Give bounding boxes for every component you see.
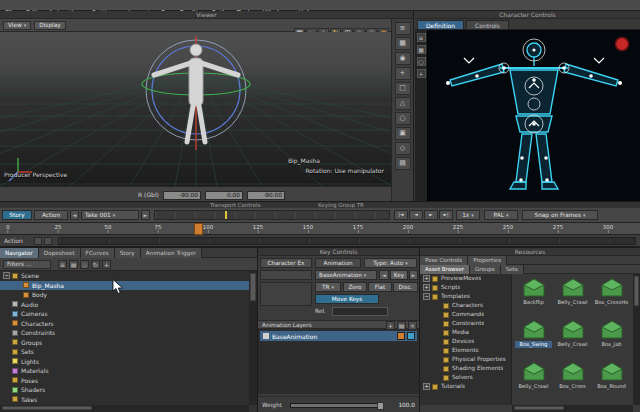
frame-format-dropdown[interactable]: PAL [484,210,518,220]
asset-belly-crawl[interactable]: Belly_Crawl [553,318,592,360]
viewport-3d[interactable]: Producer Perspective Bip_Masha Rotation:… [0,32,392,186]
discontinuity-button[interactable]: Disc. [393,282,418,292]
folder-item-shading-elements[interactable]: Shading Elements [420,364,511,373]
scene-item-constraints[interactable]: Constraints [0,328,249,338]
add-icon[interactable]: + [395,67,411,80]
asset-box-swing[interactable]: Box_Swing [514,318,553,360]
transport-button-2[interactable]: ► [424,210,438,220]
folder-item-scripts[interactable]: +Scripts [420,283,511,292]
grid-toggle-icon[interactable]: ▦ [395,37,411,50]
plus-icon[interactable]: + [417,69,426,78]
expand-toggle[interactable]: − [3,272,10,279]
take-selector[interactable]: Take 001 [81,210,139,220]
shape-icon[interactable]: □ [395,82,411,95]
tab-pose-controls[interactable]: Pose Controls [420,256,468,265]
previous-take-button[interactable] [70,210,79,220]
layer-baseanimation[interactable]: BaseAnimation [260,331,417,341]
tab-definition[interactable]: Definition [417,20,464,30]
folder-item-commands[interactable]: Commands [420,310,511,319]
transport-button-0[interactable]: |◄ [394,210,408,220]
grid-icon[interactable]: ▦ [417,45,426,54]
expand-toggle[interactable]: + [423,284,430,291]
snap-mode-dropdown[interactable]: Snap on Frames [522,210,598,220]
display-button[interactable]: Display [34,21,65,30]
rotation-value-y[interactable]: 0.00 [205,191,243,200]
columns-icon[interactable]: ▤ [69,260,78,269]
scene-item-groups[interactable]: Groups [0,338,249,348]
asset-belly-crawl[interactable]: Belly_Crawl [553,276,592,318]
tab-groups[interactable]: Groups [470,265,501,274]
transport-button-3[interactable]: ►| [439,210,453,220]
tab-asset-browser[interactable]: Asset Browser [420,265,470,274]
scene-item-shaders[interactable]: Shaders [0,385,249,395]
panel-icon[interactable]: ▣ [395,127,411,140]
tab-navigator[interactable]: Navigator [0,248,39,258]
story-button[interactable]: Story [2,210,32,220]
action-button[interactable]: Action [34,210,68,220]
filters-dropdown[interactable]: Filters ... [3,260,51,269]
tab-story[interactable]: Story [115,248,141,258]
folder-item-solvers[interactable]: Solvers [420,373,511,382]
next-take-button[interactable] [141,210,150,220]
folder-item-media[interactable]: Media [420,328,511,337]
scene-item-poses[interactable]: Poses [0,376,249,386]
scene-item-sets[interactable]: Sets [0,347,249,357]
playback-speed-dropdown[interactable]: 1x [456,210,480,220]
expand-toggle[interactable]: + [423,383,430,390]
rotation-value-z[interactable]: -90.00 [247,191,285,200]
folder-item-tutorials[interactable]: +Tutorials [420,382,511,391]
action-track-strip[interactable] [58,237,636,245]
up-arrow-icon[interactable]: △ [395,97,411,110]
timeline-playhead[interactable] [194,223,203,235]
tab-controls[interactable]: Controls [466,20,509,30]
tab-dopesheet[interactable]: Dopesheet [39,248,81,258]
circle-icon[interactable]: ○ [417,57,426,66]
scene-item-characters[interactable]: Characters [0,319,249,329]
character-extension-list[interactable] [260,282,312,306]
asset-belly-crawl[interactable]: Belly_Crawl [514,360,553,402]
weight-slider-thumb[interactable] [377,402,384,410]
layer-toggle-b[interactable] [407,332,415,340]
previous-key-button[interactable] [379,270,389,280]
scene-item-bip-masha[interactable]: Bip_Masha [0,281,249,291]
folder-item-templates[interactable]: −Templates [420,292,511,301]
folder-item-elements[interactable]: Elements [420,346,511,355]
navigator-vertical-scrollbar[interactable] [249,271,257,405]
scene-item-lights[interactable]: Lights [0,357,249,367]
tab-sets[interactable]: Sets [501,265,524,274]
asset-box-round[interactable]: Box_Round [592,360,631,402]
expand-toggle[interactable]: − [423,293,430,300]
folder-item-previewmoves[interactable]: +PreviewMoves [420,274,511,283]
tab-properties[interactable]: Properties [468,256,507,265]
weight-slider[interactable] [290,403,383,408]
scene-item-takes[interactable]: Takes [0,395,249,405]
view-button[interactable]: View [3,21,31,30]
scene-item-cameras[interactable]: Cameras [0,309,249,319]
scene-item-scene[interactable]: −Scene [0,271,249,281]
folder-item-physical-properties[interactable]: Physical Properties [420,355,511,364]
asset-backflip[interactable]: Backflip [514,276,553,318]
circle-icon[interactable]: ○ [395,112,411,125]
asset-box-jab[interactable]: Box_Jab [592,318,631,360]
track-lock-toggle[interactable] [44,237,52,245]
key-type-dropdown[interactable]: Type: Auto [364,258,417,268]
animation-layer-dropdown[interactable]: BaseAnimation [315,270,377,280]
diamond-icon[interactable]: ◇ [395,142,411,155]
list-icon[interactable]: ≡ [417,33,426,42]
transport-playhead[interactable] [225,211,227,219]
refresh-icon[interactable]: ↻ [91,260,100,269]
flat-button[interactable]: Flat [368,282,392,292]
next-key-button[interactable] [409,270,418,280]
character-extension-box[interactable]: Character Ex [260,258,312,268]
menu-icon[interactable]: ≡ [395,22,411,35]
scene-item-materials[interactable]: Materials [0,366,249,376]
timeline-ruler[interactable]: 0255075100125150175200225250275300 [0,223,640,235]
character-extension-slot[interactable] [260,270,312,280]
folder-item-constraints[interactable]: Constraints [420,319,511,328]
folder-item-devices[interactable]: Devices [420,337,511,346]
tr-filter-dropdown[interactable]: TR [315,282,341,292]
transport-timeline[interactable] [154,210,390,220]
track-mute-toggle[interactable] [34,237,42,245]
filter-icon[interactable]: ◇ [80,260,89,269]
rows-icon[interactable]: ▤ [395,157,411,170]
